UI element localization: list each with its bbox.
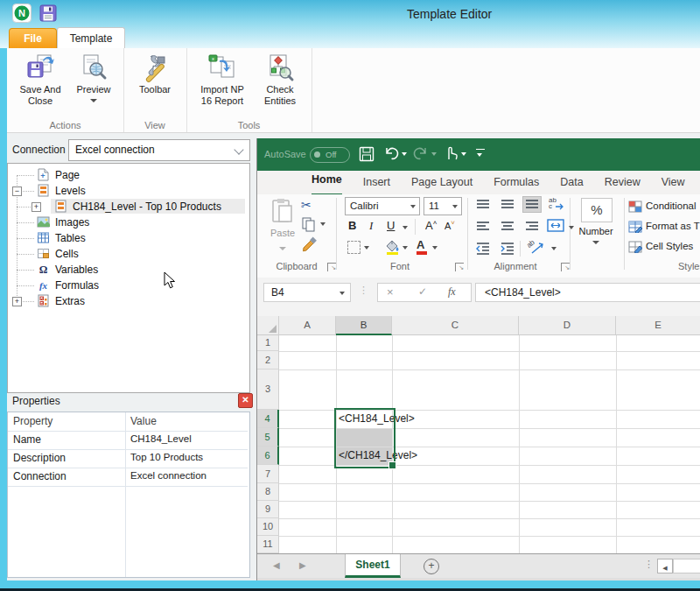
column-header-D[interactable]: D (519, 316, 616, 335)
import-np-report-button[interactable]: x Import NP 16 Report (194, 53, 250, 107)
align-bottom-icon[interactable] (522, 196, 542, 213)
tab-template[interactable]: Template (57, 27, 125, 49)
name-box-dropdown-icon[interactable] (340, 292, 345, 295)
row-header-6[interactable]: 6 (257, 447, 279, 465)
cancel-icon[interactable]: × (387, 285, 394, 299)
font-color-icon[interactable]: A (416, 238, 424, 251)
tree-item-formulas[interactable]: fxFormulas (8, 278, 244, 293)
save-and-close-button[interactable]: Save And Close (16, 53, 65, 107)
excel-tab-review[interactable]: Review (605, 171, 640, 194)
number-format-button[interactable]: % (581, 198, 612, 222)
italic-button[interactable]: I (369, 219, 373, 233)
row-header-2[interactable]: 2 (257, 351, 279, 369)
undo-icon[interactable] (383, 145, 399, 165)
new-sheet-icon[interactable]: + (424, 559, 439, 574)
select-all-corner[interactable] (257, 316, 279, 335)
excel-tab-data[interactable]: Data (560, 171, 583, 194)
tree-item-ch184level[interactable]: +CH184_Level - Top 10 Products (8, 199, 244, 215)
row-header-5[interactable]: 5 (257, 428, 279, 447)
borders-icon[interactable] (347, 241, 360, 254)
name-box[interactable]: B4 (263, 283, 351, 302)
fill-handle[interactable] (388, 461, 396, 469)
tree-item-cells[interactable]: Cells (8, 246, 244, 262)
wrap-text-icon[interactable]: abc (547, 196, 566, 212)
properties-close-icon[interactable]: ✕ (238, 393, 253, 408)
paste-button[interactable]: Paste (268, 198, 298, 254)
column-header-B[interactable]: B (336, 316, 392, 335)
property-value[interactable]: Top 10 Products (130, 449, 203, 468)
excel-tab-home[interactable]: Home (312, 170, 342, 196)
align-middle-icon[interactable] (499, 197, 516, 212)
styles-item-2[interactable]: Cell Styles (628, 240, 700, 256)
expand-icon[interactable]: + (32, 202, 41, 212)
cut-icon[interactable]: ✂ (301, 198, 312, 212)
collapse-icon[interactable]: − (12, 186, 22, 196)
alignment-dialog-launcher-icon[interactable]: ↘ (561, 263, 570, 271)
customize-toolbar-chevron-icon[interactable] (477, 153, 482, 157)
align-top-icon[interactable] (474, 197, 492, 212)
tree-item-tables[interactable]: Tables (8, 230, 244, 246)
hscroll-left-icon[interactable]: ◀ (657, 559, 673, 573)
toolbar-button[interactable]: Toolbar (128, 53, 182, 95)
excel-tab-page-layout[interactable]: Page Layout (411, 171, 472, 194)
fill-color-icon[interactable] (385, 239, 401, 258)
decrease-indent-icon[interactable] (474, 241, 492, 256)
row-header-8[interactable]: 8 (257, 483, 279, 501)
number-dropdown-icon[interactable] (592, 241, 599, 244)
check-entities-button[interactable]: Check Entities (256, 53, 304, 107)
orientation-dropdown-icon[interactable] (551, 247, 556, 250)
font-dialog-launcher-icon[interactable]: ↘ (455, 263, 464, 271)
increase-indent-icon[interactable] (499, 241, 516, 256)
merge-center-dropdown-icon[interactable] (569, 226, 574, 229)
styles-item-1[interactable]: Format as T (628, 220, 700, 236)
row-header-11[interactable]: 11 (257, 536, 279, 553)
save-icon[interactable] (359, 146, 374, 165)
customize-toolbar-icon[interactable] (476, 149, 485, 150)
preview-button[interactable]: Preview (68, 53, 119, 102)
excel-tab-insert[interactable]: Insert (363, 171, 390, 194)
tree-item-page[interactable]: +Page (8, 167, 244, 183)
expand-icon[interactable]: + (12, 297, 22, 306)
tree-item-extras[interactable]: +Extras (8, 293, 244, 309)
tab-file[interactable]: File (9, 28, 57, 49)
formula-input[interactable]: <CH184_Level> (475, 283, 700, 302)
align-right-icon[interactable] (523, 219, 541, 234)
tree-item-levels[interactable]: −Levels (8, 183, 244, 199)
borders-dropdown-icon[interactable] (364, 246, 369, 250)
font-size-select[interactable]: 11 (424, 197, 462, 215)
format-painter-icon[interactable] (301, 236, 318, 257)
save-icon[interactable] (38, 4, 58, 26)
prev-sheet-icon[interactable]: ◀ (273, 560, 280, 570)
column-header-A[interactable]: A (279, 316, 336, 335)
font-name-select[interactable]: Calibri (345, 197, 420, 215)
align-left-icon[interactable] (474, 219, 492, 234)
column-header-C[interactable]: C (392, 316, 519, 335)
undo-dropdown-icon[interactable] (402, 152, 407, 156)
splitter-dots-icon[interactable]: ⋮ (359, 285, 368, 296)
row-header-7[interactable]: 7 (257, 465, 279, 483)
styles-item-0[interactable]: Conditional (628, 200, 700, 215)
property-value[interactable]: CH184_Level (130, 431, 192, 449)
touch-mode-icon[interactable] (443, 145, 458, 165)
row-header-4[interactable]: 4 (257, 410, 279, 428)
column-header-E[interactable]: E (616, 316, 700, 335)
insert-function-icon[interactable]: fx (448, 285, 456, 299)
clipboard-dialog-launcher-icon[interactable]: ↘ (327, 263, 336, 271)
decrease-font-size-button[interactable]: A˅ (444, 219, 455, 231)
increase-font-size-button[interactable]: A˄ (425, 219, 437, 232)
sheet-tab-active[interactable]: Sheet1 (345, 554, 401, 578)
connection-select[interactable]: Excel connection (68, 139, 250, 161)
preview-dropdown-icon[interactable] (90, 99, 97, 102)
align-center-icon[interactable] (499, 219, 516, 234)
tree-item-variables[interactable]: ΩVariables (8, 262, 244, 278)
property-value[interactable]: Excel connection (130, 468, 206, 486)
enter-icon[interactable]: ✓ (418, 285, 427, 298)
tabbar-splitter-icon[interactable]: ⋮ (644, 559, 654, 570)
touch-mode-dropdown-icon[interactable] (461, 152, 466, 156)
autosave-toggle[interactable]: Off (310, 147, 350, 163)
row-header-10[interactable]: 10 (257, 518, 279, 536)
orientation-icon[interactable]: ab (527, 240, 548, 256)
merge-center-icon[interactable] (547, 219, 564, 233)
row-header-9[interactable]: 9 (257, 501, 279, 518)
fill-color-dropdown-icon[interactable] (402, 246, 408, 250)
